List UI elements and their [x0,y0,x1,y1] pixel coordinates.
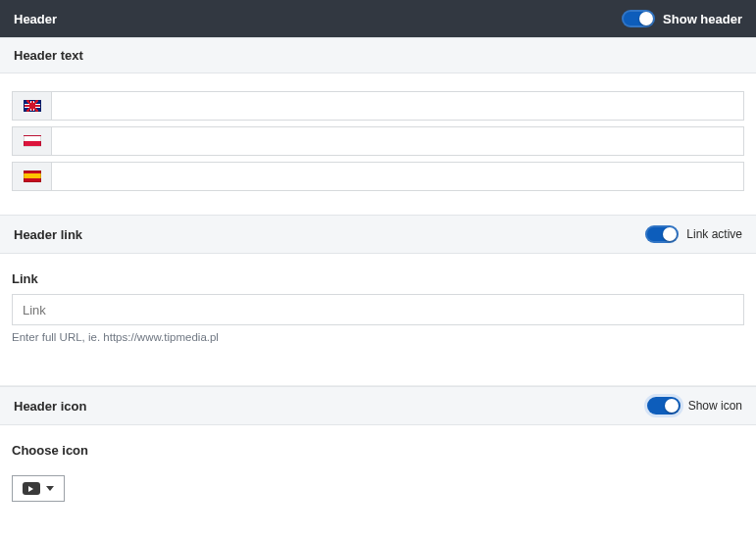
link-input[interactable] [12,294,744,325]
header-icon-body: Choose icon [0,425,756,525]
section-header-text-title: Header text [14,48,83,63]
section-gap [0,366,756,386]
flag-uk-icon [12,91,51,121]
lang-row-pl [12,126,744,156]
show-icon-toggle-wrap: Show icon [647,397,742,415]
link-helper-text: Enter full URL, ie. https://www.tipmedia… [12,331,744,343]
lang-rows [12,91,744,191]
link-active-toggle[interactable] [645,225,679,243]
header-text-input-es[interactable] [51,162,744,191]
link-active-toggle-wrap: Link active [645,225,742,243]
header-text-input-pl[interactable] [51,126,744,156]
header-text-input-uk[interactable] [51,91,744,121]
section-header-link-title: Header link [14,227,82,242]
flag-es-icon [12,162,51,191]
section-header-icon: Header icon Show icon [0,386,756,425]
section-header-link: Header link Link active [0,215,756,254]
lang-row-uk [12,91,744,121]
section-header-icon-title: Header icon [14,399,86,414]
header-text-body [0,73,756,215]
link-field-label: Link [12,271,744,286]
show-header-toggle-label: Show header [663,12,742,26]
show-icon-toggle[interactable] [647,397,680,415]
link-active-toggle-label: Link active [686,227,742,241]
section-header-text: Header text [0,37,756,73]
youtube-icon [23,482,40,495]
chevron-down-icon [46,486,54,491]
show-icon-toggle-label: Show icon [688,399,742,413]
icon-picker-button[interactable] [12,475,65,502]
panel-title: Header [14,12,57,26]
header-link-body: Link Enter full URL, ie. https://www.tip… [0,254,756,366]
header-panel-bar: Header Show header [0,0,756,37]
show-header-toggle-wrap: Show header [622,10,742,27]
lang-row-es [12,162,744,191]
flag-pl-icon [12,126,51,156]
show-header-toggle[interactable] [622,10,655,27]
choose-icon-label: Choose icon [12,443,744,458]
